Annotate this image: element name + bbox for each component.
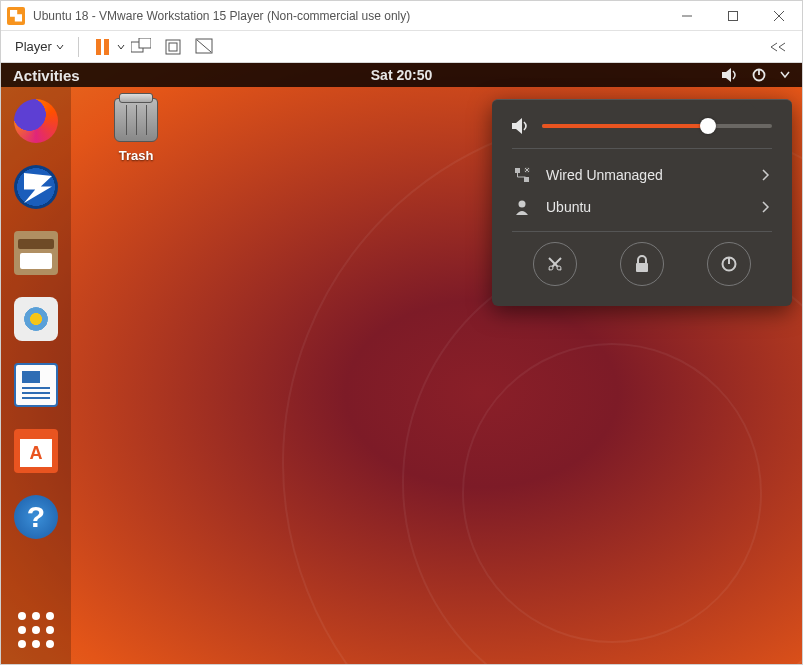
unity-icon [195, 38, 215, 56]
wallpaper-ring [462, 343, 762, 643]
thunderbird-icon [14, 165, 58, 209]
user-label: Ubuntu [546, 199, 591, 215]
rhythmbox-icon [14, 297, 58, 341]
software-icon [14, 429, 58, 473]
cad-icon [131, 38, 151, 56]
svg-line-9 [197, 40, 211, 52]
collapse-icon [770, 42, 786, 52]
lock-icon [634, 255, 650, 273]
power-icon [720, 255, 738, 273]
user-menu-row[interactable]: Ubuntu [512, 191, 772, 223]
svg-marker-13 [512, 118, 522, 134]
show-apps-button[interactable] [16, 610, 56, 650]
toolbar-separator [78, 37, 79, 57]
vmware-toolbar: Player [1, 31, 802, 63]
writer-icon [14, 363, 58, 407]
svg-point-23 [557, 266, 561, 270]
ubuntu-desktop[interactable]: Activities Sat 20:50 ? Trash [1, 63, 802, 664]
volume-icon [512, 118, 530, 134]
dock-item-rhythmbox[interactable] [12, 295, 60, 343]
help-icon: ? [14, 495, 58, 539]
wired-network-icon [514, 167, 530, 183]
minimize-button[interactable] [664, 1, 710, 30]
gnome-top-bar: Activities Sat 20:50 [1, 63, 802, 87]
unity-mode-button[interactable] [193, 35, 217, 59]
chevron-right-icon [762, 169, 770, 181]
action-row [512, 242, 772, 286]
svg-point-19 [519, 201, 526, 208]
send-ctrl-alt-del-button[interactable] [129, 35, 153, 59]
settings-button[interactable] [533, 242, 577, 286]
fullscreen-icon [164, 38, 182, 56]
settings-icon [546, 255, 564, 273]
volume-icon [722, 68, 738, 82]
svg-rect-15 [524, 177, 529, 182]
svg-marker-10 [722, 68, 731, 82]
chevron-down-icon [780, 71, 790, 79]
clock-label[interactable]: Sat 20:50 [371, 67, 432, 83]
network-label: Wired Unmanaged [546, 167, 663, 183]
svg-rect-1 [729, 11, 738, 20]
user-icon [514, 199, 530, 215]
ubuntu-dock: ? [1, 87, 71, 664]
svg-rect-6 [166, 40, 180, 54]
menu-separator [512, 148, 772, 149]
dock-item-firefox[interactable] [12, 97, 60, 145]
volume-thumb[interactable] [700, 118, 716, 134]
player-menu-button[interactable]: Player [9, 36, 70, 57]
dock-item-files[interactable] [12, 229, 60, 277]
player-menu-label: Player [15, 39, 52, 54]
trash-icon [114, 98, 158, 142]
files-icon [14, 231, 58, 275]
power-icon [752, 68, 766, 82]
dock-item-writer[interactable] [12, 361, 60, 409]
svg-rect-24 [636, 263, 648, 272]
svg-rect-7 [169, 43, 177, 51]
pause-icon [96, 39, 109, 55]
fullscreen-button[interactable] [161, 35, 185, 59]
desktop-trash[interactable]: Trash [101, 98, 171, 163]
collapse-toolbar-button[interactable] [766, 35, 790, 59]
system-tray[interactable] [722, 68, 790, 82]
close-button[interactable] [756, 1, 802, 30]
menu-separator [512, 231, 772, 232]
volume-row [512, 118, 772, 134]
power-button[interactable] [707, 242, 751, 286]
dock-item-thunderbird[interactable] [12, 163, 60, 211]
pause-vm-button[interactable] [91, 35, 115, 59]
dock-item-help[interactable]: ? [12, 493, 60, 541]
network-menu-row[interactable]: Wired Unmanaged [512, 159, 772, 191]
windows-titlebar[interactable]: Ubuntu 18 - VMware Workstation 15 Player… [1, 1, 802, 31]
vmware-window: Ubuntu 18 - VMware Workstation 15 Player… [0, 0, 803, 665]
svg-point-22 [549, 266, 553, 270]
chevron-down-icon [56, 43, 64, 51]
maximize-button[interactable] [710, 1, 756, 30]
volume-slider[interactable] [542, 124, 772, 128]
dock-item-software[interactable] [12, 427, 60, 475]
lock-button[interactable] [620, 242, 664, 286]
volume-fill [542, 124, 708, 128]
vmware-app-icon [7, 7, 25, 25]
activities-button[interactable]: Activities [13, 67, 80, 84]
window-title: Ubuntu 18 - VMware Workstation 15 Player… [33, 9, 410, 23]
system-menu-popover: Wired Unmanaged Ubuntu [492, 99, 792, 306]
firefox-icon [14, 99, 58, 143]
chevron-down-icon[interactable] [117, 43, 125, 51]
svg-rect-14 [515, 168, 520, 173]
chevron-right-icon [762, 201, 770, 213]
svg-rect-5 [139, 38, 151, 48]
trash-label: Trash [101, 148, 171, 163]
